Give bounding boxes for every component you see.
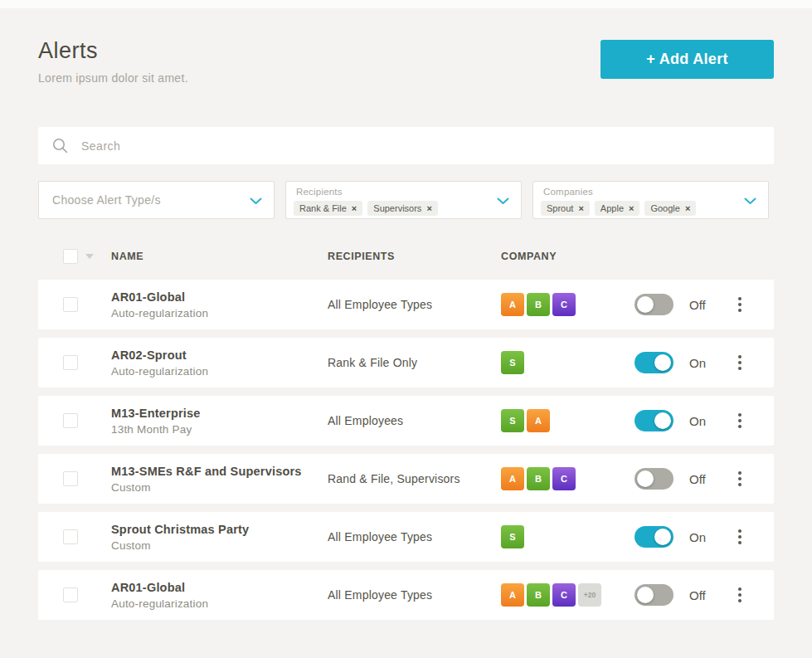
row-type: Custom (111, 539, 328, 552)
table-header: NAME RECIPIENTS COMPANY (38, 246, 774, 266)
table-row: AR01-Global Auto-regularization All Empl… (38, 280, 774, 329)
chevron-down-icon (250, 197, 262, 205)
row-checkbox[interactable] (63, 529, 78, 544)
chip-remove-icon[interactable]: × (426, 203, 431, 213)
column-header-company: COMPANY (501, 251, 635, 262)
row-name: M13-SMEs R&F and Supervisors (111, 465, 328, 478)
row-menu-kebab-icon[interactable] (733, 297, 746, 312)
company-badges: ABC (501, 293, 635, 316)
company-badge-B: B (527, 583, 550, 607)
search-bar[interactable] (38, 127, 774, 164)
row-recipients: All Employee Types (328, 530, 501, 543)
row-recipients: All Employee Types (328, 588, 501, 602)
row-checkbox[interactable] (63, 587, 78, 602)
chip-remove-icon[interactable]: × (629, 203, 634, 213)
company-badge-A: A (501, 583, 524, 607)
chip-label: Supervisors (373, 203, 421, 213)
checkbox-cell (63, 471, 111, 486)
row-menu-kebab-icon[interactable] (733, 529, 746, 544)
company-badge-20: +20 (578, 583, 601, 607)
row-toggle[interactable] (635, 410, 673, 431)
row-name: Sprout Christmas Party (111, 523, 328, 536)
row-type: Custom (111, 481, 328, 494)
search-input[interactable] (81, 139, 761, 153)
page-subtitle: Lorem ipsum dolor sit amet. (38, 71, 188, 85)
chip-rank-and-file: Rank & File × (294, 201, 362, 216)
row-toggle-state: On (689, 530, 733, 544)
chip-remove-icon[interactable]: × (578, 203, 583, 213)
row-type: Auto-regularization (111, 597, 328, 610)
recipients-chips: Rank & File × Supervisors × (294, 201, 438, 216)
toggle-cell (635, 584, 689, 606)
alerts-page: Alerts Lorem ipsum dolor sit amet. + Add… (0, 0, 812, 620)
chip-label: Sprout (547, 203, 573, 213)
chip-sprout: Sprout × (541, 201, 590, 216)
toggle-cell (635, 294, 689, 315)
chevron-down-icon (744, 197, 756, 205)
name-cell: AR01-Global Auto-regularization (111, 290, 328, 319)
row-checkbox[interactable] (63, 297, 78, 312)
checkbox-cell (63, 297, 111, 312)
name-cell: Sprout Christmas Party Custom (111, 523, 328, 552)
checkbox-cell (63, 529, 111, 544)
company-badges: S (501, 525, 635, 548)
name-cell: AR01-Global Auto-regularization (111, 581, 328, 610)
column-header-recipients: RECIPIENTS (328, 251, 501, 262)
recipients-select[interactable]: Recipients Rank & File × Supervisors × (285, 181, 522, 219)
chip-label: Google (650, 203, 679, 213)
chip-label: Apple (600, 203, 624, 213)
chip-supervisors: Supervisors × (367, 201, 438, 216)
companies-select[interactable]: Companies Sprout × Apple × Google × (532, 181, 769, 219)
row-checkbox[interactable] (63, 471, 78, 486)
row-toggle-state: Off (689, 472, 733, 486)
table-body: AR01-Global Auto-regularization All Empl… (38, 280, 774, 620)
row-toggle[interactable] (635, 352, 673, 373)
row-type: Auto-regularization (111, 307, 328, 319)
checkbox-cell (63, 413, 111, 428)
recipients-select-label: Recipients (296, 187, 343, 197)
company-badges: S (501, 351, 635, 374)
row-name: AR01-Global (111, 290, 328, 304)
name-cell: M13-Enterprise 13th Month Pay (111, 407, 328, 436)
row-recipients: Rand & File, Supervisors (328, 472, 501, 485)
row-type: Auto-regularization (111, 365, 328, 378)
company-badge-S: S (501, 351, 524, 374)
row-name: AR02-Sprout (111, 348, 328, 362)
chip-remove-icon[interactable]: × (352, 203, 357, 213)
row-checkbox[interactable] (63, 355, 78, 370)
row-toggle-state: Off (689, 298, 733, 312)
row-recipients: All Employees (328, 414, 501, 427)
row-toggle[interactable] (635, 468, 673, 490)
row-toggle[interactable] (635, 526, 673, 548)
chip-google: Google × (644, 201, 696, 216)
alert-type-select[interactable]: Choose Alert Type/s (38, 181, 275, 219)
row-toggle[interactable] (635, 294, 673, 315)
toggle-cell (635, 526, 689, 548)
table-row: M13-Enterprise 13th Month Pay All Employ… (38, 396, 774, 446)
company-badge-A: A (501, 293, 524, 316)
row-name: M13-Enterprise (111, 407, 328, 420)
row-toggle[interactable] (635, 584, 673, 606)
row-menu-kebab-icon[interactable] (733, 471, 746, 486)
toggle-knob (637, 296, 654, 313)
company-badge-C: C (552, 293, 576, 316)
select-all-checkbox[interactable] (63, 249, 78, 264)
row-recipients: All Employee Types (328, 298, 501, 311)
toggle-knob (654, 529, 671, 545)
company-badge-S: S (501, 409, 524, 432)
chip-remove-icon[interactable]: × (685, 203, 690, 213)
row-menu-kebab-icon[interactable] (733, 355, 746, 370)
filters-row: Choose Alert Type/s Recipients Rank & Fi… (38, 181, 774, 219)
page-header: Alerts Lorem ipsum dolor sit amet. + Add… (38, 38, 774, 85)
row-name: AR01-Global (111, 581, 328, 594)
row-checkbox[interactable] (63, 413, 78, 428)
toggle-knob (637, 470, 654, 487)
row-menu-kebab-icon[interactable] (733, 413, 746, 428)
row-menu-kebab-icon[interactable] (733, 587, 746, 602)
row-type: 13th Month Pay (111, 423, 328, 436)
alert-type-placeholder: Choose Alert Type/s (52, 193, 161, 207)
company-badge-A: A (501, 467, 524, 490)
row-recipients: Rank & File Only (328, 356, 501, 369)
add-alert-button[interactable]: + Add Alert (600, 40, 774, 79)
select-menu-caret-icon[interactable] (85, 254, 94, 259)
